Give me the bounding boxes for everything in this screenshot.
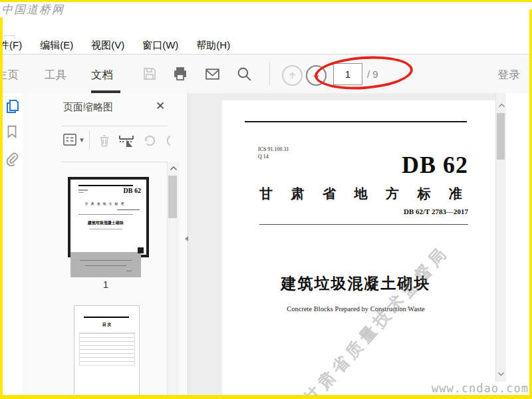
frame-border-top [0,0,532,2]
document-subtitle-en: Concrete Blocks Prepared by Construction… [245,305,467,313]
chevron-down-icon[interactable] [497,371,505,377]
tab-tools[interactable]: 工具 [45,68,66,82]
paperclip-icon [5,152,19,166]
close-icon: ✕ [156,99,165,113]
panel-toolbar-separator [89,131,90,150]
page-thumbnails-icon [5,98,21,114]
panel-scrollbar-thumb[interactable] [168,176,177,218]
page-thumbnails-panel: ‹ 页面缩略图 ✕ ▼ [23,93,188,399]
arrow-down-icon [311,70,321,80]
mini-title: 建筑垃圾混凝土砌块 [72,220,139,226]
sign-in-link[interactable]: 登录 [497,67,520,82]
panel-title: 页面缩略图 [63,101,113,114]
standard-code: DB 62 [299,151,468,179]
standard-number: DB 62/T 2783—2017 [299,207,468,215]
site-watermark-top: 中国道桥网 [1,2,65,17]
tab-home[interactable]: 主页 [0,68,19,82]
rotate-left-icon [142,133,158,148]
thumbnail-page-2[interactable]: 目 次 [74,305,140,399]
acrobat-window: 中国道桥网 83-2017建筑垃圾混凝土砌块.pdf - Adobe Acrob… [0,0,532,399]
panel-close-button[interactable]: ✕ [153,98,168,113]
split-page-icon [118,133,135,149]
rotate-right-icon [164,133,172,148]
thumbnail-page-1-label[interactable]: 1 [68,279,144,290]
frame-border-right [529,9,532,399]
mini-toc-lines [79,332,135,366]
page-number-input[interactable] [333,63,362,85]
save-icon [142,66,158,82]
document-scrollbar-thumb[interactable] [497,113,505,160]
mini-toc-heading: 目 次 [74,322,139,328]
attachments-rail-button[interactable] [5,152,21,168]
standard-region-title: 甘肃省地方标准 [259,185,481,203]
delete-page-button[interactable] [97,133,112,148]
main-toolbar: 主页 工具 文档 [0,55,529,94]
email-button[interactable] [203,65,221,83]
mini-code: DB 62 [124,187,141,194]
panel-divider [61,126,168,126]
search-icon [236,66,253,82]
right-margin [506,93,532,399]
thumbnail-page-1-footer[interactable] [70,252,141,277]
thumbnail-page-1-preview: DB 62 甘肃省地方标准 建筑垃圾混凝土砌块 [70,180,146,255]
pdf-page[interactable]: ICS 91.100.31 Q 14 DB 62 甘肃省地方标准 DB 62/T… [222,100,495,399]
menu-item-view[interactable]: 视图(V) [91,39,124,52]
rotate-right-button[interactable] [164,133,172,148]
print-icon [172,66,188,82]
next-page-button[interactable] [306,65,327,86]
tab-document[interactable]: 文档 [91,68,113,82]
main-area: ‹ 页面缩略图 ✕ ▼ [0,93,532,399]
frame-border-left [0,17,3,399]
save-button[interactable] [140,65,159,83]
caret-down-icon: ▼ [78,136,85,144]
frame-border-bottom [0,395,532,399]
menu-item-file[interactable]: 文件(F) [0,39,22,52]
page-count-label: / 9 [367,68,378,80]
search-button[interactable] [235,65,253,83]
trash-icon [97,133,112,148]
menu-item-window[interactable]: 窗口(W) [142,39,178,52]
toolbar-separator [269,62,270,86]
panel-divider [61,162,168,162]
chevron-up-icon [498,102,505,108]
site-watermark-bottom: www.cndao.com [429,382,529,395]
print-button[interactable] [171,65,190,83]
split-page-button[interactable] [118,133,135,149]
bookmark-icon [5,124,19,139]
menu-item-help[interactable]: 帮助(H) [196,39,230,52]
document-title: 建筑垃圾混凝土砌块 [245,273,467,294]
previous-page-button[interactable] [282,65,303,86]
titlebar: 83-2017建筑垃圾混凝土砌块.pdf - Adobe Acrobat Pro… [0,16,532,36]
options-menu-icon [63,133,77,146]
menu-bar: 文件(F) 编辑(E) 视图(V) 窗口(W) 帮助(H) [0,37,532,55]
document-area: ICS 91.100.31 Q 14 DB 62 甘肃省地方标准 DB 62/T… [188,93,495,399]
rotate-left-button[interactable] [142,133,158,148]
chevron-up-icon [170,165,178,172]
page-thumbnails-rail-button[interactable] [5,98,21,114]
ics-code: ICS 91.100.31 Q 14 [258,146,289,160]
navigation-rail [0,93,23,399]
view-box-resize-handle[interactable] [138,247,144,253]
thumbnail-options-button[interactable]: ▼ [63,133,85,146]
arrow-up-icon [287,70,297,80]
menu-item-edit[interactable]: 编辑(E) [40,39,73,52]
email-icon [204,66,221,82]
mini-region: 甘肃省地方标准 [74,201,137,205]
bookmarks-rail-button[interactable] [5,124,21,140]
thumbnail-page-1[interactable]: DB 62 甘肃省地方标准 建筑垃圾混凝土砌块 [68,177,149,257]
